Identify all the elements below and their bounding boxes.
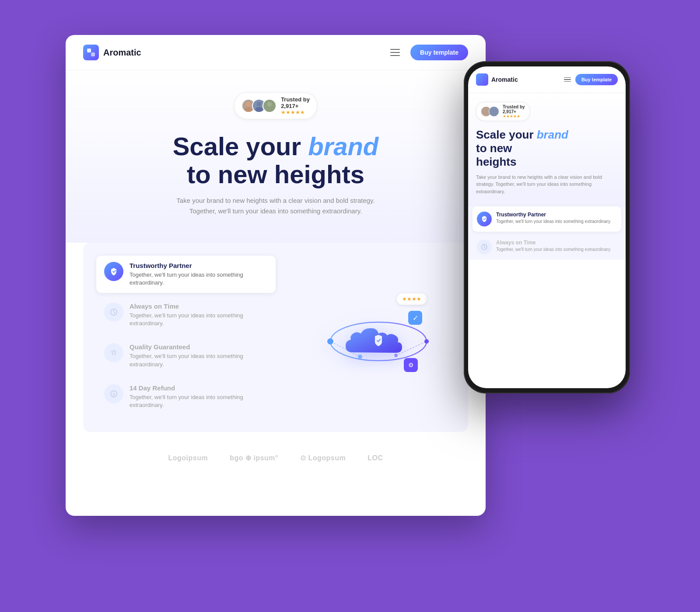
features-list: Trustworthy Partner Together, we'll turn… xyxy=(83,243,289,432)
hamburger-menu[interactable] xyxy=(390,49,400,56)
desktop-mockup: Aromatic Buy template xyxy=(66,35,486,516)
svg-point-4 xyxy=(257,102,262,107)
trusted-badge: Trusted by 2,917+ ★★★★★ xyxy=(234,92,317,119)
logo-icon xyxy=(83,45,99,60)
phone-brand-name: Aromatic xyxy=(491,76,518,83)
phone-hero: Trusted by 2,917+ ★★★★★ Scale your brand… xyxy=(468,93,626,206)
cloud-svg xyxy=(322,285,435,372)
features-section: Trustworthy Partner Together, we'll turn… xyxy=(83,243,468,432)
features-visual: ★★★★ ✓ xyxy=(289,243,468,432)
svg-point-5 xyxy=(255,107,263,112)
phone-trusted-count: Trusted by 2,917+ xyxy=(503,104,525,114)
feature-text-trustworthy: Trustworthy Partner Together, we'll turn… xyxy=(130,262,268,287)
phone-nav: Aromatic Buy template xyxy=(468,66,626,93)
feature-icon-time xyxy=(104,303,123,322)
feature-text-refund: 14 Day Refund Together, we'll turn your … xyxy=(130,384,268,409)
cloud-illustration: ★★★★ ✓ xyxy=(322,285,435,389)
svg-rect-1 xyxy=(91,52,95,56)
gear-badge: ⚙ xyxy=(404,358,418,372)
feature-icon-trustworthy xyxy=(104,262,123,281)
brand-name: Aromatic xyxy=(103,48,141,58)
logo-ipsum-3: ⊙ Logopsum xyxy=(300,454,346,462)
feature-icon-quality xyxy=(104,343,123,362)
phone-avatar-2 xyxy=(489,106,499,117)
phone-feature-time[interactable]: Always on Time Together, we'll turn your… xyxy=(472,234,621,260)
svg-rect-0 xyxy=(87,49,91,52)
phone-features-section: Trustworthy Partner Together, we'll turn… xyxy=(468,206,626,260)
phone-logo-icon xyxy=(476,73,488,86)
nav-logo: Aromatic xyxy=(83,45,141,60)
phone-feature-text-time: Always on Time Together, we'll turn your… xyxy=(496,240,611,252)
trusted-text: Trusted by 2,917+ ★★★★★ xyxy=(281,96,310,115)
phone-feature-trustworthy[interactable]: Trustworthy Partner Together, we'll turn… xyxy=(472,206,621,232)
feature-text-time: Always on Time Together, we'll turn your… xyxy=(130,303,268,327)
logo-ipsum-4: LOC xyxy=(368,454,383,462)
phone-trusted-badge: Trusted by 2,917+ ★★★★★ xyxy=(476,102,530,121)
phone-nav-logo: Aromatic xyxy=(476,73,518,86)
star-rating: ★★★★★ xyxy=(281,109,310,115)
phone-buy-button[interactable]: Buy template xyxy=(575,74,618,85)
scene: Aromatic Buy template xyxy=(44,26,656,586)
nav-right: Buy template xyxy=(390,45,468,60)
trusted-count: Trusted by 2,917+ xyxy=(281,96,310,109)
feature-icon-refund: $ xyxy=(104,384,123,403)
logo-bar: Logoipsum bgo ⊕ ipsum° ⊙ Logopsum LOC xyxy=(66,441,486,475)
svg-point-2 xyxy=(246,102,251,107)
feature-text-quality: Quality Guaranteed Together, we'll turn … xyxy=(130,343,268,368)
phone-avatar-group xyxy=(481,106,499,117)
svg-point-6 xyxy=(267,102,272,107)
trusted-number: 2,917+ xyxy=(281,103,298,109)
phone-hamburger[interactable] xyxy=(564,77,571,82)
svg-text:$: $ xyxy=(112,392,115,396)
buy-template-button[interactable]: Buy template xyxy=(410,45,468,60)
phone-feature-icon-trustworthy xyxy=(477,212,492,226)
mobile-mockup: Aromatic Buy template xyxy=(464,61,630,393)
logo-ipsum-2: bgo ⊕ ipsum° xyxy=(230,454,278,462)
logo-svg xyxy=(86,48,96,57)
avatar-3 xyxy=(262,99,276,113)
logo-ipsum-1: Logoipsum xyxy=(168,454,208,462)
hero-subtitle: Take your brand to new heights with a cl… xyxy=(166,195,385,216)
feature-item-quality[interactable]: Quality Guaranteed Together, we'll turn … xyxy=(96,337,276,374)
hero-title: Scale your brand to new heights xyxy=(92,132,459,188)
avatar-group xyxy=(242,99,276,113)
desktop-nav: Aromatic Buy template xyxy=(66,35,486,70)
phone-subtitle: Take your brand to new heights with a cl… xyxy=(476,174,618,195)
phone-screen: Aromatic Buy template xyxy=(468,66,626,388)
desktop-hero: Trusted by 2,917+ ★★★★★ Scale your brand… xyxy=(66,70,486,243)
phone-stars: ★★★★★ xyxy=(503,114,525,118)
phone-hero-title: Scale your brand to newheights xyxy=(476,128,618,169)
phone-feature-text-trustworthy: Trustworthy Partner Together, we'll turn… xyxy=(496,212,611,224)
svg-point-7 xyxy=(266,107,273,112)
phone-feature-icon-time xyxy=(477,240,492,254)
svg-point-3 xyxy=(245,107,252,112)
feature-item-trustworthy[interactable]: Trustworthy Partner Together, we'll turn… xyxy=(96,256,276,293)
feature-item-refund[interactable]: $ 14 Day Refund Together, we'll turn you… xyxy=(96,378,276,415)
feature-item-time[interactable]: Always on Time Together, we'll turn your… xyxy=(96,296,276,334)
